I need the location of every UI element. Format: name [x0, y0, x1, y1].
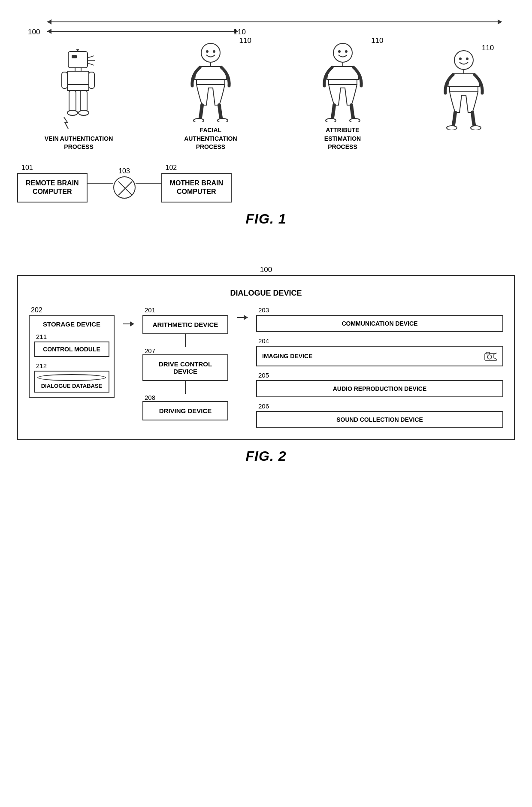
- storage-device-box: STORAGE DEVICE 211 CONTROL MODULE 212 DI: [29, 315, 115, 398]
- ref-110a: 110: [239, 36, 251, 45]
- ref-100: 100: [28, 28, 40, 36]
- fig1-title: FIG. 1: [13, 211, 519, 227]
- svg-line-4: [88, 56, 94, 58]
- fig1-section: 100 110: [9, 9, 523, 244]
- ref-101: 101: [21, 164, 33, 172]
- h-line-right: [237, 317, 248, 318]
- vein-caption: VEIN AUTHENTICATION PROCESS: [45, 134, 113, 151]
- dialogue-db-box: DIALOGUE DATABASE: [34, 371, 109, 393]
- ref-202: 202: [31, 306, 115, 314]
- dialogue-device-label: DIALOGUE DEVICE: [29, 289, 503, 298]
- page-container: 100 110: [9, 9, 523, 477]
- svg-point-29: [350, 118, 360, 122]
- ref-201: 201: [145, 306, 155, 314]
- control-module-box: CONTROL MODULE: [34, 342, 109, 357]
- robot-svg: [60, 49, 98, 131]
- audio-device-group: 205 AUDIO REPRODUCTION DEVICE: [256, 372, 503, 397]
- storage-arith-connector: [123, 306, 134, 324]
- mother-brain-box: MOTHER BRAIN COMPUTER: [161, 173, 232, 203]
- svg-rect-11: [89, 72, 94, 88]
- line-2: [136, 183, 161, 184]
- ref-208: 208: [145, 394, 155, 401]
- svg-point-16: [201, 43, 220, 62]
- svg-rect-42: [486, 352, 490, 354]
- network-node: [113, 176, 136, 199]
- sound-device-group: 206 SOUND COLLECTION DEVICE: [256, 402, 503, 428]
- stick-figures-row: VEIN AUTHENTICATION PROCESS 110: [13, 41, 519, 153]
- svg-point-24: [338, 50, 341, 53]
- dimension-arrows: 100 110: [47, 17, 502, 41]
- arithmetic-device-box: ARITHMETIC DEVICE: [142, 315, 228, 334]
- x-cross-svg: [114, 177, 136, 199]
- robot-figure: VEIN AUTHENTICATION PROCESS: [45, 49, 113, 151]
- svg-point-15: [79, 110, 89, 115]
- svg-point-3: [76, 49, 79, 51]
- short-arrow: [47, 31, 238, 32]
- human-figure-2: 110 ATTRI: [308, 41, 377, 151]
- svg-line-6: [88, 63, 94, 65]
- svg-point-23: [333, 43, 352, 62]
- storage-col: 202 STORAGE DEVICE 211 CONTROL MODULE 21…: [29, 306, 115, 398]
- middle-col: 201 ARITHMETIC DEVICE 207 DRIVE CONTROL …: [142, 306, 228, 420]
- svg-point-14: [67, 110, 78, 115]
- svg-rect-9: [67, 85, 89, 91]
- svg-rect-0: [68, 51, 88, 68]
- human-figure-1: 110: [176, 41, 245, 151]
- facial-caption: FACIAL AUTHENTICATION PROCESS: [176, 126, 245, 151]
- svg-point-28: [326, 118, 336, 122]
- driving-device-box: DRIVING DEVICE: [142, 401, 228, 420]
- svg-rect-13: [80, 91, 87, 112]
- storage-device-title: STORAGE DEVICE: [34, 320, 109, 328]
- drive-control-box: DRIVE CONTROL DEVICE: [142, 354, 228, 381]
- ref-100-fig2: 100: [13, 266, 519, 274]
- network-diagram: 101 REMOTE BRAIN COMPUTER 103: [13, 164, 519, 203]
- ref-211: 211: [36, 333, 109, 340]
- svg-rect-10: [62, 72, 67, 88]
- attribute-caption: ATTRIBUTE ESTIMATION PROCESS: [308, 126, 377, 151]
- vert-line-1: [185, 334, 186, 347]
- ref-204: 204: [258, 337, 503, 345]
- imaging-device-group: 204 IMAGING DEVICE: [256, 337, 503, 366]
- svg-point-25: [345, 50, 348, 53]
- dialogue-db-label: DIALOGUE DATABASE: [37, 383, 106, 389]
- sound-device-box: SOUND COLLECTION DEVICE: [256, 411, 503, 428]
- long-arrow: [47, 21, 502, 22]
- svg-point-35: [447, 126, 457, 130]
- ref-110c: 110: [482, 44, 494, 52]
- svg-point-31: [459, 57, 462, 60]
- audio-device-box: AUDIO REPRODUCTION DEVICE: [256, 380, 503, 397]
- svg-rect-12: [69, 91, 76, 112]
- mother-brain-group: 102 MOTHER BRAIN COMPUTER: [161, 164, 232, 203]
- svg-point-22: [218, 118, 228, 122]
- svg-point-17: [206, 50, 209, 53]
- ref-103: 103: [118, 167, 130, 175]
- camera-icon: [484, 351, 497, 361]
- ref-205: 205: [258, 372, 503, 379]
- svg-point-21: [193, 118, 204, 122]
- line-1: [88, 183, 113, 184]
- fig2-section: 100 DIALOGUE DEVICE 202 STORAGE DEVICE 2…: [9, 261, 523, 477]
- communication-device-box: COMMUNICATION DEVICE: [256, 315, 503, 332]
- svg-point-40: [487, 355, 492, 359]
- db-ellipse: [37, 374, 106, 381]
- ref-212: 212: [36, 362, 109, 369]
- ref-110b: 110: [371, 36, 383, 45]
- remote-brain-box: REMOTE BRAIN COMPUTER: [17, 173, 88, 203]
- ref-102: 102: [166, 164, 177, 172]
- fig2-outer-box: DIALOGUE DEVICE 202 STORAGE DEVICE 211 C…: [17, 275, 515, 440]
- ref-206: 206: [258, 402, 503, 410]
- human-svg-3: [440, 48, 487, 130]
- svg-rect-20: [196, 79, 225, 85]
- vert-line-2: [185, 381, 186, 394]
- ref-207: 207: [145, 347, 155, 354]
- ref-203: 203: [258, 306, 503, 314]
- h-line-left: [123, 323, 134, 324]
- svg-point-32: [466, 57, 469, 60]
- svg-rect-1: [72, 55, 77, 58]
- fig2-title: FIG. 2: [13, 448, 519, 464]
- human-svg-1: [187, 41, 234, 122]
- svg-point-18: [213, 50, 215, 53]
- imaging-device-box: IMAGING DEVICE: [256, 346, 503, 366]
- svg-point-30: [454, 51, 473, 70]
- arith-right-connector: [237, 306, 248, 318]
